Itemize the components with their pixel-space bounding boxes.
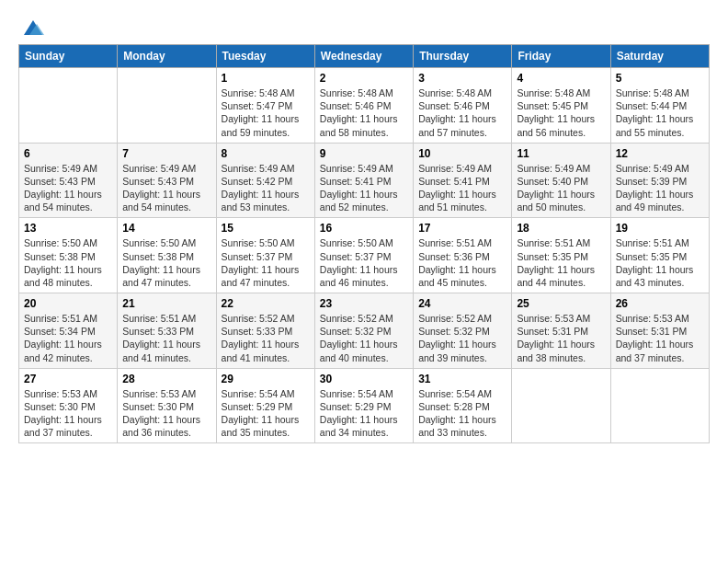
calendar-cell: 8Sunrise: 5:49 AM Sunset: 5:42 PM Daylig…	[216, 143, 314, 218]
calendar-cell: 30Sunrise: 5:54 AM Sunset: 5:29 PM Dayli…	[314, 368, 413, 443]
calendar-week-1: 1Sunrise: 5:48 AM Sunset: 5:47 PM Daylig…	[19, 68, 710, 144]
calendar-cell: 14Sunrise: 5:50 AM Sunset: 5:38 PM Dayli…	[118, 218, 216, 293]
day-number: 3	[418, 72, 506, 85]
calendar-cell	[610, 368, 709, 443]
logo-icon	[20, 18, 46, 39]
day-info: Sunrise: 5:49 AM Sunset: 5:41 PM Dayligh…	[418, 162, 506, 214]
day-number: 22	[222, 297, 310, 310]
day-number: 28	[122, 373, 210, 385]
day-number: 29	[222, 373, 310, 385]
day-info: Sunrise: 5:50 AM Sunset: 5:37 PM Dayligh…	[320, 236, 408, 289]
day-number: 25	[517, 297, 605, 310]
day-number: 18	[517, 222, 605, 235]
day-number: 30	[320, 373, 408, 385]
calendar-cell: 11Sunrise: 5:49 AM Sunset: 5:40 PM Dayli…	[512, 143, 610, 218]
col-header-thursday: Thursday	[414, 45, 512, 68]
col-header-friday: Friday	[512, 45, 610, 68]
col-header-sunday: Sunday	[19, 45, 118, 68]
day-number: 12	[616, 147, 704, 160]
day-number: 13	[24, 222, 112, 235]
day-info: Sunrise: 5:54 AM Sunset: 5:29 PM Dayligh…	[222, 387, 310, 440]
day-info: Sunrise: 5:50 AM Sunset: 5:38 PM Dayligh…	[122, 236, 210, 289]
calendar-header-row: SundayMondayTuesdayWednesdayThursdayFrid…	[19, 45, 710, 68]
day-info: Sunrise: 5:49 AM Sunset: 5:43 PM Dayligh…	[122, 162, 210, 214]
calendar-cell: 3Sunrise: 5:48 AM Sunset: 5:46 PM Daylig…	[414, 68, 512, 144]
day-number: 1	[222, 72, 310, 85]
day-info: Sunrise: 5:49 AM Sunset: 5:41 PM Dayligh…	[320, 162, 408, 214]
day-info: Sunrise: 5:52 AM Sunset: 5:33 PM Dayligh…	[222, 312, 310, 364]
day-number: 9	[320, 147, 408, 160]
day-info: Sunrise: 5:48 AM Sunset: 5:45 PM Dayligh…	[517, 86, 605, 139]
day-info: Sunrise: 5:48 AM Sunset: 5:44 PM Dayligh…	[616, 86, 704, 139]
day-info: Sunrise: 5:51 AM Sunset: 5:34 PM Dayligh…	[24, 312, 112, 364]
day-info: Sunrise: 5:54 AM Sunset: 5:28 PM Dayligh…	[418, 387, 506, 440]
day-info: Sunrise: 5:48 AM Sunset: 5:46 PM Dayligh…	[418, 86, 506, 139]
calendar-cell: 29Sunrise: 5:54 AM Sunset: 5:29 PM Dayli…	[216, 368, 314, 443]
calendar-cell: 10Sunrise: 5:49 AM Sunset: 5:41 PM Dayli…	[414, 143, 512, 218]
day-number: 31	[418, 373, 506, 385]
day-info: Sunrise: 5:51 AM Sunset: 5:36 PM Dayligh…	[418, 236, 506, 289]
calendar-cell	[118, 68, 216, 144]
calendar-week-4: 20Sunrise: 5:51 AM Sunset: 5:34 PM Dayli…	[19, 293, 710, 369]
calendar-week-2: 6Sunrise: 5:49 AM Sunset: 5:43 PM Daylig…	[19, 143, 710, 218]
day-number: 10	[418, 147, 506, 160]
calendar-cell: 20Sunrise: 5:51 AM Sunset: 5:34 PM Dayli…	[19, 293, 118, 369]
calendar-cell: 15Sunrise: 5:50 AM Sunset: 5:37 PM Dayli…	[216, 218, 314, 293]
day-info: Sunrise: 5:48 AM Sunset: 5:46 PM Dayligh…	[320, 86, 408, 139]
calendar-cell: 7Sunrise: 5:49 AM Sunset: 5:43 PM Daylig…	[118, 143, 216, 218]
day-info: Sunrise: 5:49 AM Sunset: 5:40 PM Dayligh…	[517, 162, 605, 214]
calendar-cell	[19, 68, 118, 144]
calendar-cell: 21Sunrise: 5:51 AM Sunset: 5:33 PM Dayli…	[118, 293, 216, 369]
calendar-cell: 12Sunrise: 5:49 AM Sunset: 5:39 PM Dayli…	[610, 143, 709, 218]
calendar-week-3: 13Sunrise: 5:50 AM Sunset: 5:38 PM Dayli…	[19, 218, 710, 293]
day-info: Sunrise: 5:49 AM Sunset: 5:43 PM Dayligh…	[24, 162, 112, 214]
day-number: 15	[222, 222, 310, 235]
day-number: 6	[24, 147, 112, 160]
logo	[18, 18, 48, 35]
day-info: Sunrise: 5:53 AM Sunset: 5:31 PM Dayligh…	[616, 312, 704, 364]
day-number: 23	[320, 297, 408, 310]
calendar-week-5: 27Sunrise: 5:53 AM Sunset: 5:30 PM Dayli…	[19, 368, 710, 443]
calendar-cell: 2Sunrise: 5:48 AM Sunset: 5:46 PM Daylig…	[314, 68, 413, 144]
calendar-cell: 27Sunrise: 5:53 AM Sunset: 5:30 PM Dayli…	[19, 368, 118, 443]
day-info: Sunrise: 5:50 AM Sunset: 5:38 PM Dayligh…	[24, 236, 112, 289]
calendar-cell: 4Sunrise: 5:48 AM Sunset: 5:45 PM Daylig…	[512, 68, 610, 144]
day-number: 5	[616, 72, 704, 85]
day-number: 11	[517, 147, 605, 160]
day-number: 27	[24, 373, 112, 385]
calendar-cell: 24Sunrise: 5:52 AM Sunset: 5:32 PM Dayli…	[414, 293, 512, 369]
day-number: 16	[320, 222, 408, 235]
col-header-monday: Monday	[118, 45, 216, 68]
day-number: 19	[616, 222, 704, 235]
calendar-cell: 1Sunrise: 5:48 AM Sunset: 5:47 PM Daylig…	[216, 68, 314, 144]
calendar-cell: 23Sunrise: 5:52 AM Sunset: 5:32 PM Dayli…	[314, 293, 413, 369]
day-number: 17	[418, 222, 506, 235]
day-info: Sunrise: 5:49 AM Sunset: 5:39 PM Dayligh…	[616, 162, 704, 214]
day-number: 21	[122, 297, 210, 310]
day-info: Sunrise: 5:50 AM Sunset: 5:37 PM Dayligh…	[222, 236, 310, 289]
calendar-cell: 9Sunrise: 5:49 AM Sunset: 5:41 PM Daylig…	[314, 143, 413, 218]
calendar-cell: 28Sunrise: 5:53 AM Sunset: 5:30 PM Dayli…	[118, 368, 216, 443]
day-info: Sunrise: 5:52 AM Sunset: 5:32 PM Dayligh…	[418, 312, 506, 364]
calendar-cell: 25Sunrise: 5:53 AM Sunset: 5:31 PM Dayli…	[512, 293, 610, 369]
calendar-cell: 6Sunrise: 5:49 AM Sunset: 5:43 PM Daylig…	[19, 143, 118, 218]
col-header-wednesday: Wednesday	[314, 45, 413, 68]
calendar-cell: 5Sunrise: 5:48 AM Sunset: 5:44 PM Daylig…	[610, 68, 709, 144]
calendar-cell: 26Sunrise: 5:53 AM Sunset: 5:31 PM Dayli…	[610, 293, 709, 369]
day-info: Sunrise: 5:51 AM Sunset: 5:35 PM Dayligh…	[616, 236, 704, 289]
calendar-cell: 17Sunrise: 5:51 AM Sunset: 5:36 PM Dayli…	[414, 218, 512, 293]
day-number: 24	[418, 297, 506, 310]
col-header-tuesday: Tuesday	[216, 45, 314, 68]
page-header	[18, 18, 710, 35]
day-number: 8	[222, 147, 310, 160]
day-info: Sunrise: 5:48 AM Sunset: 5:47 PM Dayligh…	[222, 86, 310, 139]
day-info: Sunrise: 5:53 AM Sunset: 5:30 PM Dayligh…	[122, 387, 210, 440]
day-number: 2	[320, 72, 408, 85]
day-number: 14	[122, 222, 210, 235]
calendar-cell: 13Sunrise: 5:50 AM Sunset: 5:38 PM Dayli…	[19, 218, 118, 293]
col-header-saturday: Saturday	[610, 45, 709, 68]
day-info: Sunrise: 5:53 AM Sunset: 5:31 PM Dayligh…	[517, 312, 605, 364]
calendar-cell: 22Sunrise: 5:52 AM Sunset: 5:33 PM Dayli…	[216, 293, 314, 369]
day-info: Sunrise: 5:49 AM Sunset: 5:42 PM Dayligh…	[222, 162, 310, 214]
day-info: Sunrise: 5:53 AM Sunset: 5:30 PM Dayligh…	[24, 387, 112, 440]
